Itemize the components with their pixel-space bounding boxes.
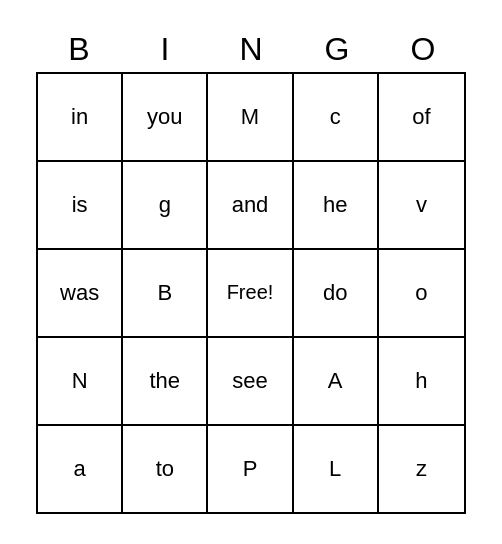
header-letter-O: O xyxy=(380,31,466,68)
bingo-row-4: atoPLz xyxy=(38,426,464,512)
header-letter-I: I xyxy=(122,31,208,68)
bingo-cell-4-4: z xyxy=(379,426,464,512)
bingo-row-0: inyouMcof xyxy=(38,74,464,162)
bingo-cell-4-3: L xyxy=(294,426,379,512)
bingo-cell-2-1: B xyxy=(123,250,208,336)
bingo-grid: inyouMcofisgandhevwasBFree!dooNtheseeAha… xyxy=(36,72,466,514)
header-letter-N: N xyxy=(208,31,294,68)
header-letter-B: B xyxy=(36,31,122,68)
bingo-cell-2-4: o xyxy=(379,250,464,336)
bingo-cell-1-2: and xyxy=(208,162,293,248)
header-letter-G: G xyxy=(294,31,380,68)
bingo-cell-2-2: Free! xyxy=(208,250,293,336)
bingo-row-3: NtheseeAh xyxy=(38,338,464,426)
bingo-cell-1-4: v xyxy=(379,162,464,248)
bingo-header: BINGO xyxy=(36,31,466,68)
bingo-cell-2-3: do xyxy=(294,250,379,336)
bingo-cell-0-3: c xyxy=(294,74,379,160)
bingo-cell-0-4: of xyxy=(379,74,464,160)
bingo-cell-3-2: see xyxy=(208,338,293,424)
bingo-cell-1-0: is xyxy=(38,162,123,248)
bingo-cell-0-2: M xyxy=(208,74,293,160)
bingo-card: BINGO inyouMcofisgandhevwasBFree!dooNthe… xyxy=(36,31,466,514)
bingo-cell-3-0: N xyxy=(38,338,123,424)
bingo-cell-2-0: was xyxy=(38,250,123,336)
bingo-row-2: wasBFree!doo xyxy=(38,250,464,338)
bingo-cell-3-3: A xyxy=(294,338,379,424)
bingo-cell-3-4: h xyxy=(379,338,464,424)
bingo-cell-1-3: he xyxy=(294,162,379,248)
bingo-cell-1-1: g xyxy=(123,162,208,248)
bingo-cell-4-1: to xyxy=(123,426,208,512)
bingo-cell-0-0: in xyxy=(38,74,123,160)
bingo-cell-0-1: you xyxy=(123,74,208,160)
bingo-row-1: isgandhev xyxy=(38,162,464,250)
bingo-cell-4-0: a xyxy=(38,426,123,512)
bingo-cell-4-2: P xyxy=(208,426,293,512)
bingo-cell-3-1: the xyxy=(123,338,208,424)
